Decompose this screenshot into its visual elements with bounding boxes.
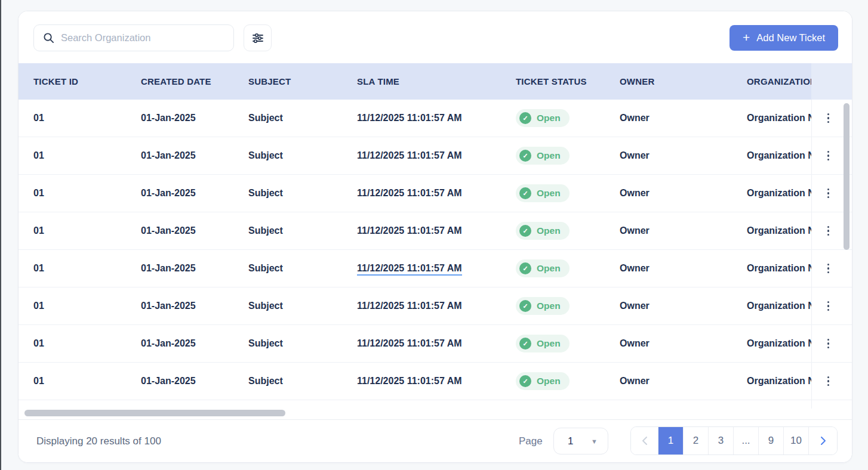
status-label: Open bbox=[537, 301, 561, 311]
add-new-ticket-label: Add New Ticket bbox=[756, 32, 825, 44]
check-icon: ✓ bbox=[519, 150, 531, 162]
kebab-menu-icon bbox=[827, 151, 830, 161]
pagination-prev-button[interactable] bbox=[631, 427, 658, 454]
search-input[interactable] bbox=[61, 32, 224, 44]
page-select-dropdown[interactable]: 1 ▼ bbox=[553, 428, 608, 454]
cell-owner: Owner bbox=[620, 113, 747, 123]
row-actions-button[interactable] bbox=[811, 400, 852, 409]
kebab-menu-icon bbox=[827, 188, 830, 199]
table-row[interactable]: 01 01-Jan-2025 Subject 11/12/2025 11:01:… bbox=[19, 363, 852, 400]
search-icon bbox=[43, 32, 54, 44]
table-footer: Displaying 20 results of 100 Page 1 ▼ 1 … bbox=[19, 419, 852, 462]
cell-sla-time: 11/12/2025 11:01:57 AM bbox=[357, 150, 516, 161]
row-actions-button[interactable] bbox=[811, 363, 852, 400]
row-actions-button[interactable] bbox=[811, 325, 852, 362]
header-ticket-id: TICKET ID bbox=[33, 76, 141, 86]
table-row[interactable]: 01 01-Jan-2025 Subject 11/12/2025 11:01:… bbox=[19, 175, 852, 212]
status-badge: ✓ Open bbox=[516, 184, 570, 202]
cell-sla-time: 11/12/2025 11:01:57 AM bbox=[357, 113, 516, 123]
pagination-ellipsis[interactable]: ... bbox=[733, 427, 758, 454]
cell-created-date: 01-Jan-2025 bbox=[141, 113, 248, 123]
cell-subject: Subject bbox=[248, 188, 357, 199]
cell-created-date: 01-Jan-2025 bbox=[141, 338, 248, 349]
check-icon: ✓ bbox=[519, 262, 531, 274]
header-ticket-status: TICKET STATUS bbox=[516, 76, 620, 86]
caret-down-icon: ▼ bbox=[591, 438, 598, 445]
table-row[interactable]: 01 01-Jan-2025 Subject 11/12/2025 11:01:… bbox=[19, 100, 852, 137]
pagination: 1 2 3 ... 9 10 bbox=[630, 426, 838, 455]
cell-owner: Owner bbox=[620, 188, 747, 199]
cell-ticket-id: 01 bbox=[33, 225, 141, 236]
horizontal-scrollbar[interactable] bbox=[24, 410, 285, 416]
table-row[interactable]: 01 01-Jan-2025 Subject 11/12/2025 11:01:… bbox=[19, 212, 852, 250]
kebab-menu-icon bbox=[827, 301, 830, 311]
cell-ticket-status: ✓ Open bbox=[516, 184, 620, 202]
search-box[interactable] bbox=[33, 24, 234, 51]
cell-sla-time: 11/12/2025 11:01:57 AM bbox=[357, 338, 516, 349]
table-row[interactable]: 01 01-Jan-2025 Subject 11/12/2025 11:01:… bbox=[19, 250, 852, 287]
cell-subject: Subject bbox=[248, 376, 357, 386]
cell-sla-time-link[interactable]: 11/12/2025 11:01:57 AM bbox=[357, 263, 516, 274]
row-actions-button[interactable] bbox=[811, 287, 852, 324]
pagination-page-2[interactable]: 2 bbox=[683, 427, 708, 454]
status-badge: ✓ Open bbox=[516, 147, 570, 165]
filter-sliders-icon bbox=[251, 32, 264, 45]
window-edge bbox=[0, 0, 1, 470]
cell-organization: Organization Name bbox=[747, 338, 811, 349]
kebab-menu-icon bbox=[827, 264, 830, 274]
kebab-menu-icon bbox=[827, 113, 830, 123]
header-sla-time: SLA TIME bbox=[357, 76, 516, 86]
cell-owner: Owner bbox=[620, 150, 747, 161]
cell-ticket-status: ✓ Open bbox=[516, 259, 620, 277]
table-row[interactable]: 01 01-Jan-2025 Subject 11/12/2025 11:01:… bbox=[19, 400, 852, 409]
cell-ticket-id: 01 bbox=[33, 188, 141, 199]
kebab-menu-icon bbox=[827, 339, 830, 349]
check-icon: ✓ bbox=[519, 187, 531, 199]
filter-button[interactable] bbox=[244, 24, 272, 51]
status-badge: ✓ Open bbox=[516, 259, 570, 277]
cell-ticket-id: 01 bbox=[33, 150, 141, 161]
header-subject: SUBJECT bbox=[248, 76, 357, 86]
header-owner: OWNER bbox=[620, 76, 747, 86]
row-actions-button[interactable] bbox=[811, 250, 852, 287]
table-header: TICKET ID CREATED DATE SUBJECT SLA TIME … bbox=[19, 63, 852, 100]
chevron-left-icon bbox=[642, 436, 648, 446]
cell-ticket-id: 01 bbox=[33, 263, 141, 274]
pagination-page-10[interactable]: 10 bbox=[783, 427, 808, 454]
pagination-next-button[interactable] bbox=[808, 427, 837, 454]
cell-ticket-id: 01 bbox=[33, 376, 141, 386]
cell-owner: Owner bbox=[620, 376, 747, 386]
pagination-page-3[interactable]: 3 bbox=[708, 427, 733, 454]
page-label: Page bbox=[519, 420, 543, 462]
tickets-panel: + Add New Ticket TICKET ID CREATED DATE … bbox=[18, 11, 852, 463]
table-row[interactable]: 01 01-Jan-2025 Subject 11/12/2025 11:01:… bbox=[19, 287, 852, 325]
pagination-page-1[interactable]: 1 bbox=[658, 427, 683, 454]
cell-owner: Owner bbox=[620, 301, 747, 311]
check-icon: ✓ bbox=[519, 225, 531, 237]
table-body: 01 01-Jan-2025 Subject 11/12/2025 11:01:… bbox=[19, 100, 852, 409]
table-row[interactable]: 01 01-Jan-2025 Subject 11/12/2025 11:01:… bbox=[19, 325, 852, 363]
table-row[interactable]: 01 01-Jan-2025 Subject 11/12/2025 11:01:… bbox=[19, 137, 852, 175]
cell-owner: Owner bbox=[620, 338, 747, 349]
kebab-menu-icon bbox=[827, 376, 830, 386]
cell-sla-time: 11/12/2025 11:01:57 AM bbox=[357, 188, 516, 199]
cell-ticket-status: ✓ Open bbox=[516, 147, 620, 165]
partial-table-row: 01 01-Jan-2025 Subject 11/12/2025 11:01:… bbox=[19, 400, 852, 409]
cell-created-date: 01-Jan-2025 bbox=[141, 263, 248, 274]
cell-subject: Subject bbox=[248, 113, 357, 123]
status-label: Open bbox=[537, 263, 561, 274]
chevron-right-icon bbox=[820, 436, 826, 446]
status-label: Open bbox=[537, 376, 561, 386]
header-created-date: CREATED DATE bbox=[141, 76, 248, 86]
cell-created-date: 01-Jan-2025 bbox=[141, 188, 248, 199]
check-icon: ✓ bbox=[519, 112, 531, 124]
status-label: Open bbox=[537, 113, 561, 123]
status-badge: ✓ Open bbox=[516, 372, 570, 390]
check-icon: ✓ bbox=[519, 338, 531, 350]
cell-ticket-id: 01 bbox=[33, 301, 141, 311]
add-new-ticket-button[interactable]: + Add New Ticket bbox=[730, 25, 838, 51]
pagination-page-9[interactable]: 9 bbox=[758, 427, 783, 454]
cell-created-date: 01-Jan-2025 bbox=[141, 150, 248, 161]
vertical-scrollbar[interactable] bbox=[844, 103, 849, 250]
status-label: Open bbox=[537, 188, 561, 199]
